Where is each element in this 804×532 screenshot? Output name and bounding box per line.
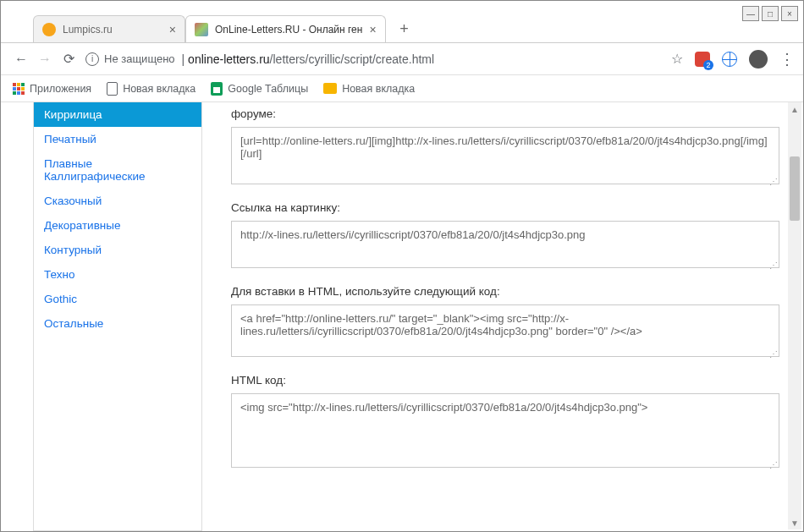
sheets-icon (211, 82, 223, 96)
bookmark-google-sheets[interactable]: Google Таблицы (211, 82, 308, 96)
sidebar-item-calligraphic[interactable]: Плавные Каллиграфические (34, 151, 201, 189)
tab-online-letters[interactable]: OnLine-Letters.RU - Онлайн ген × (185, 15, 386, 42)
textarea-forum-code[interactable] (231, 127, 779, 184)
tab-title: Lumpics.ru (63, 24, 162, 36)
forward-button[interactable]: → (33, 47, 57, 71)
back-button[interactable]: ← (9, 47, 33, 71)
tab-title: OnLine-Letters.RU - Онлайн ген (215, 24, 362, 36)
bookmark-new-tab-2[interactable]: Новая вкладка (323, 83, 415, 95)
sidebar-item-cyrillic[interactable]: Киррилица (34, 102, 201, 127)
security-indicator[interactable]: i Не защищено (85, 52, 175, 66)
sidebar-item-other[interactable]: Остальные (34, 311, 201, 336)
apps-icon (13, 83, 25, 95)
bookmarks-bar: Приложения Новая вкладка Google Таблицы … (1, 75, 803, 102)
label-html-code: HTML код: (231, 374, 779, 387)
bookmark-star-icon[interactable]: ☆ (671, 51, 683, 67)
main-content: форуме: ⋰ Ссылка на картинку: ⋰ Для вста… (202, 102, 803, 531)
scroll-up-icon[interactable]: ▲ (788, 102, 801, 116)
url-field[interactable]: | online-letters.ru/letters/cyrillic/scr… (182, 52, 663, 66)
info-icon: i (85, 52, 99, 66)
sidebar-item-outline[interactable]: Контурный (34, 238, 201, 262)
textarea-html-insert[interactable] (231, 304, 779, 357)
sidebar-item-gothic[interactable]: Gothic (34, 287, 201, 311)
new-tab-button[interactable]: + (393, 17, 416, 41)
translate-icon[interactable] (722, 52, 737, 67)
textarea-image-link[interactable] (231, 221, 779, 268)
sidebar-item-techno[interactable]: Техно (34, 262, 201, 287)
sidebar-item-fairy[interactable]: Сказочный (34, 189, 201, 213)
label-image-link: Ссылка на картинку: (231, 201, 779, 214)
picture-icon (323, 83, 337, 94)
close-icon[interactable]: × (369, 23, 376, 36)
address-bar: ← → ⟳ i Не защищено | online-letters.ru/… (1, 43, 803, 75)
category-sidebar: Киррилица Печатный Плавные Каллиграфичес… (33, 102, 202, 531)
extension-icon[interactable] (695, 52, 710, 67)
favicon-online-letters (195, 23, 208, 36)
sidebar-item-print[interactable]: Печатный (34, 127, 201, 151)
apps-shortcut[interactable]: Приложения (13, 83, 91, 95)
label-forum: форуме: (231, 107, 779, 120)
window-maximize[interactable]: □ (762, 6, 779, 21)
menu-button[interactable]: ⋮ (779, 50, 795, 69)
tab-lumpics[interactable]: Lumpics.ru × (33, 15, 185, 42)
sidebar-item-decorative[interactable]: Декоративные (34, 213, 201, 238)
bookmark-new-tab-1[interactable]: Новая вкладка (107, 82, 195, 96)
page-icon (107, 82, 118, 96)
scroll-down-icon[interactable]: ▼ (788, 516, 801, 529)
close-icon[interactable]: × (169, 23, 176, 36)
label-html-insert: Для вставки в HTML, используйте следующи… (231, 285, 779, 298)
security-text: Не защищено (104, 52, 175, 65)
window-close[interactable]: × (781, 6, 798, 21)
reload-button[interactable]: ⟳ (57, 47, 80, 71)
tab-strip: Lumpics.ru × OnLine-Letters.RU - Онлайн … (1, 1, 803, 43)
favicon-lumpics (42, 23, 56, 36)
window-minimize[interactable]: — (742, 6, 759, 21)
scroll-thumb[interactable] (790, 156, 800, 221)
vertical-scrollbar[interactable]: ▲ ▼ (788, 102, 801, 529)
profile-avatar[interactable] (749, 50, 768, 69)
textarea-html-code[interactable] (231, 393, 779, 468)
